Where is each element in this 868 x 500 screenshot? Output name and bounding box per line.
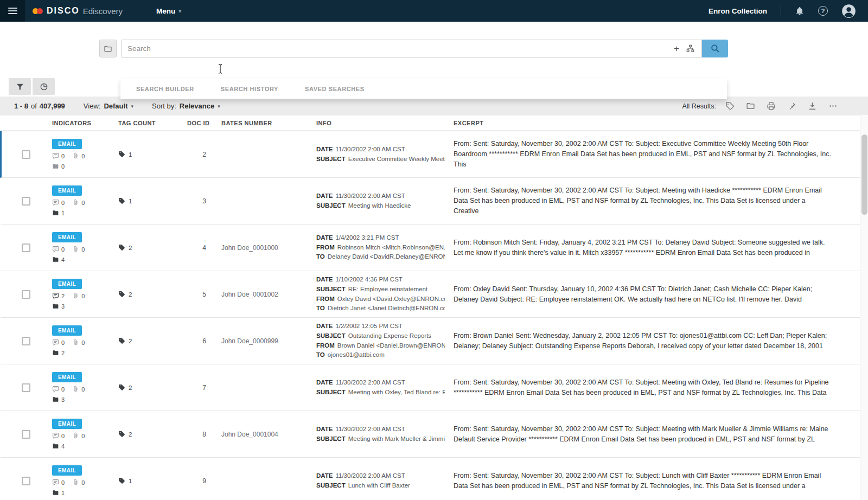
info-line: DATE11/30/2002 2:00 AM CST: [316, 378, 445, 388]
attachment-count: 0: [81, 433, 85, 439]
attachment-indicator: 0: [72, 292, 85, 299]
folder-action-icon[interactable]: [746, 101, 755, 111]
hamburger-menu-icon[interactable]: [0, 0, 25, 22]
more-actions-ellipsis-icon[interactable]: [828, 101, 838, 111]
view-dropdown[interactable]: View: Default ▾: [84, 102, 133, 110]
tag-action-icon[interactable]: [725, 101, 735, 111]
info-field-value: Dietrich Janet <Janet.Dietrich@ENRON.co.…: [328, 305, 445, 311]
row-checkbox[interactable]: [22, 197, 30, 206]
header-indicators[interactable]: INDICATORS: [43, 120, 110, 126]
table-row[interactable]: EMAIL 0 0 1 1 9: [0, 458, 868, 500]
collection-name[interactable]: Enron Collection: [709, 7, 767, 15]
attachment-count: 0: [81, 339, 85, 346]
view-value: Default: [104, 102, 127, 110]
info-field-value: 11/30/2002 2:00 AM CST: [335, 426, 405, 432]
tab-saved-searches[interactable]: SAVED SEARCHES: [305, 86, 365, 92]
excerpt-cell: From: Sent: Saturday, November 30, 2002 …: [445, 377, 835, 398]
search-button[interactable]: [702, 40, 728, 57]
sort-label: Sort by:: [152, 102, 176, 110]
excerpt-cell: From: Sent: Saturday, November 30, 2002 …: [445, 185, 835, 216]
doc-type-badge: EMAIL: [52, 419, 82, 429]
comment-indicator: 0: [52, 246, 65, 253]
bates-number-cell: John Doe_0001004: [213, 431, 308, 438]
results-of-label: of: [31, 102, 37, 110]
pin-action-icon[interactable]: [787, 101, 796, 111]
row-checkbox[interactable]: [22, 430, 30, 439]
table-row[interactable]: EMAIL 0 0 4 2 8 Joh: [0, 411, 868, 458]
folder-icon: [52, 489, 59, 496]
indicators-cell: EMAIL 0 0 1: [43, 465, 110, 496]
tab-search-builder[interactable]: SEARCH BUILDER: [136, 86, 194, 92]
folder-count: 4: [61, 443, 65, 450]
header-doc-id[interactable]: DOC ID: [178, 120, 213, 126]
header-tag-count[interactable]: TAG COUNT: [110, 120, 178, 126]
info-line: FROMBrown Daniel <Daniel.Brown@ENRON...: [316, 341, 445, 351]
info-field-value: ojones01@attbi.com: [328, 351, 385, 358]
row-checkbox[interactable]: [22, 337, 30, 345]
row-checkbox[interactable]: [22, 150, 30, 159]
notifications-bell-icon[interactable]: [795, 6, 805, 16]
doc-id-cell: 8: [178, 431, 213, 438]
header-bates-number[interactable]: BATES NUMBER: [213, 120, 308, 126]
doc-id-cell: 7: [178, 384, 213, 392]
comment-count: 0: [61, 339, 65, 346]
header-info[interactable]: INFO: [308, 120, 445, 126]
filter-funnel-icon[interactable]: [9, 78, 31, 95]
table-row[interactable]: EMAIL 0 0 1 1 3: [0, 178, 868, 225]
tag-icon: [118, 244, 125, 251]
add-search-term-icon[interactable]: +: [674, 44, 679, 53]
topbar-right-group: Enron Collection: [709, 4, 868, 18]
tag-count-value: 1: [129, 151, 132, 158]
attachment-indicator: 0: [72, 479, 85, 486]
info-cell: DATE11/30/2002 2:00 AM CSTSUBJECTMeeting…: [308, 378, 445, 398]
indicators-cell: EMAIL 0 0 1: [43, 185, 110, 216]
table-row[interactable]: EMAIL 0 0 0 1 2: [0, 131, 868, 178]
search-builder-tree-icon[interactable]: [686, 44, 694, 53]
search-dropdown-panel: SEARCH BUILDER SEARCH HISTORY SAVED SEAR…: [120, 79, 727, 99]
row-checkbox[interactable]: [22, 290, 30, 299]
info-line: DATE11/30/2002 2:00 AM CST: [316, 425, 445, 434]
info-field-value: Brown Daniel <Daniel.Brown@ENRON...: [337, 342, 445, 349]
row-checkbox[interactable]: [22, 243, 30, 252]
table-row[interactable]: EMAIL 0 0 4 2 4 Joh: [0, 225, 868, 271]
info-field-value: Oxley David <David.Oxley@ENRON.co...: [337, 296, 445, 302]
tab-search-history[interactable]: SEARCH HISTORY: [221, 86, 278, 92]
help-icon[interactable]: [818, 6, 828, 16]
folder-browse-button[interactable]: [99, 40, 117, 57]
comment-icon: [52, 386, 59, 393]
download-action-icon[interactable]: [808, 101, 817, 111]
folder-indicator: 0: [52, 163, 65, 170]
excerpt-cell: From: Robinson Mitch Sent: Friday, Janua…: [445, 238, 835, 258]
folder-icon: [52, 256, 59, 263]
info-line: SUBJECTMeeting with Haedicke: [316, 201, 445, 211]
doc-type-badge: EMAIL: [52, 232, 82, 242]
all-results-label: All Results:: [682, 102, 716, 110]
scrollbar-thumb[interactable]: [861, 134, 867, 215]
row-checkbox[interactable]: [22, 477, 30, 485]
table-row[interactable]: EMAIL 0 0 2 2 6 Joh: [0, 318, 868, 364]
info-field-value: Meeting with Haedicke: [348, 202, 411, 209]
results-rows: EMAIL 0 0 0 1 2: [0, 131, 868, 500]
vertical-scrollbar[interactable]: [860, 115, 868, 500]
info-cell: DATE11/30/2002 2:00 AM CSTSUBJECTExecuti…: [308, 145, 445, 164]
tag-count-value: 2: [129, 338, 132, 344]
header-excerpt[interactable]: EXCERPT: [445, 120, 835, 126]
attachment-indicator: 0: [72, 199, 85, 206]
print-action-icon[interactable]: [767, 101, 776, 111]
folder-count: 4: [61, 257, 65, 263]
paperclip-icon: [72, 339, 79, 346]
folder-icon: [52, 163, 59, 170]
pie-chart-icon[interactable]: [33, 78, 55, 95]
comment-icon: [52, 246, 59, 253]
info-line: DATE11/30/2002 2:00 AM CST: [316, 145, 445, 155]
search-input[interactable]: [122, 40, 674, 57]
table-row[interactable]: EMAIL 0 0 3 2 7: [0, 364, 868, 411]
sort-dropdown[interactable]: Sort by: Relevance ▾: [152, 102, 220, 110]
menu-dropdown[interactable]: Menu ▾: [156, 7, 181, 15]
table-row[interactable]: EMAIL 2 0 3 2 5 Joh: [0, 271, 868, 318]
top-navigation-bar: DISCO Ediscovery Menu ▾ Enron Collection: [0, 0, 868, 22]
doc-type-badge: EMAIL: [52, 139, 82, 149]
user-avatar-icon[interactable]: [841, 4, 856, 18]
row-checkbox[interactable]: [22, 383, 30, 392]
info-field-value: 11/30/2002 2:00 AM CST: [335, 146, 405, 152]
